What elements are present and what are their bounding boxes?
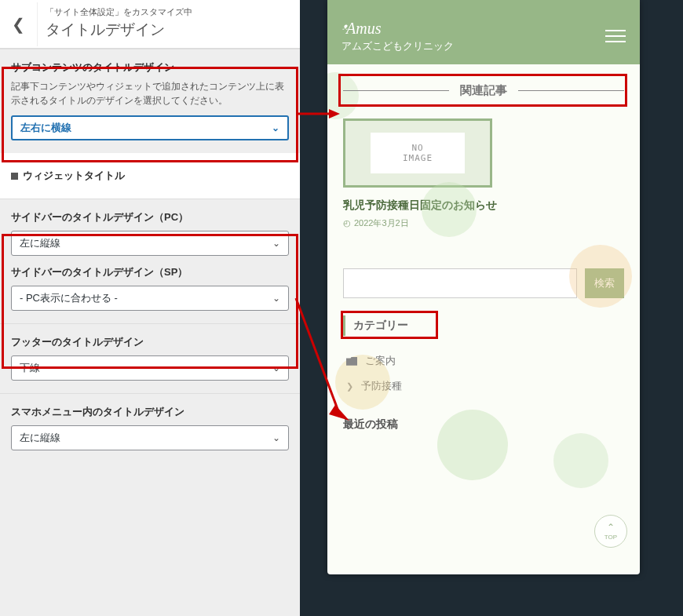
highlight-box (338, 74, 627, 107)
site-brand[interactable]: ᵜAmus アムズこどもクリニック (342, 20, 454, 53)
section-heading: サイドバーのタイトルデザイン（SP） (11, 265, 289, 279)
chevron-down-icon: ⌄ (272, 238, 280, 249)
brand-subtitle: アムズこどもクリニック (342, 39, 454, 53)
phone-preview: ᵜAmus アムズこどもクリニック 関連記事 (327, 0, 640, 574)
sidebar-pc-select[interactable]: 左に縦線 ⌄ (11, 231, 289, 256)
card-title: 乳児予防接種日固定のお知らせ (343, 197, 504, 213)
category-item[interactable]: ❯ 予防接種 (343, 374, 624, 399)
sub-content-design-select[interactable]: 左右に横線 ⌄ (11, 115, 289, 140)
brand-script: ᵜAmus (342, 20, 454, 38)
section-sidebar-sp: サイドバーのタイトルデザイン（SP） - PC表示に合わせる - ⌄ (0, 261, 300, 323)
search-form: 検索 (343, 268, 624, 298)
card-date: ◴ 2022年3月2日 (343, 217, 504, 229)
no-image-line2: IMAGE (403, 153, 433, 163)
chevron-right-icon: ❯ (346, 381, 353, 392)
section-sidebar-pc: サイドバーのタイトルデザイン（PC） 左に縦線 ⌄ (0, 199, 300, 261)
card-date-text: 2022年3月2日 (354, 217, 409, 229)
select-value: 左に縦線 (20, 236, 60, 250)
back-button[interactable]: ❮ (0, 2, 38, 46)
panel-header: ❮ 「サイト全体設定」をカスタマイズ中 タイトルデザイン (0, 0, 300, 49)
card-thumbnail: NO IMAGE (343, 118, 492, 188)
section-footer: フッターのタイトルデザイン 下線 ⌄ (0, 323, 300, 393)
search-input[interactable] (343, 268, 577, 298)
chevron-up-icon: ⌃ (607, 522, 615, 533)
chevron-down-icon: ⌄ (272, 432, 280, 443)
site-body: 関連記事 NO IMAGE 乳児予防接種日固定のお知らせ ◴ 2022年3月2日 (327, 64, 640, 574)
highlight-box (341, 311, 438, 339)
recent-posts-title: 最近の投稿 (343, 417, 624, 432)
search-button[interactable]: 検索 (585, 268, 624, 298)
select-value: 左右に横線 (20, 121, 71, 135)
top-label: TOP (604, 534, 617, 541)
section-sp-menu: スマホメニュー内のタイトルデザイン 左に縦線 ⌄ (0, 393, 300, 463)
select-value: 下線 (20, 361, 40, 375)
no-image-line1: NO (411, 143, 423, 153)
square-bullet-icon (11, 173, 18, 180)
folder-icon (346, 357, 357, 366)
hamburger-menu-icon[interactable] (605, 30, 626, 42)
section-heading: スマホメニュー内のタイトルデザイン (11, 405, 289, 419)
section-heading: フッターのタイトルデザイン (11, 335, 289, 349)
category-item[interactable]: ご案内 (343, 348, 624, 374)
chevron-down-icon: ⌄ (272, 363, 280, 374)
preview-area: ᵜAmus アムズこどもクリニック 関連記事 (300, 0, 683, 616)
sp-menu-design-select[interactable]: 左に縦線 ⌄ (11, 425, 289, 450)
chevron-down-icon: ⌄ (272, 293, 280, 304)
category-label: ご案内 (365, 354, 396, 368)
related-posts-title: 関連記事 (343, 80, 624, 101)
category-widget-title: カテゴリー (343, 315, 408, 336)
select-value: 左に縦線 (20, 431, 60, 445)
breadcrumb: 「サイト全体設定」をカスタマイズ中 (46, 6, 192, 18)
chevron-down-icon: ⌄ (272, 122, 279, 133)
customizer-panel: ❮ 「サイト全体設定」をカスタマイズ中 タイトルデザイン サブコンテンツのタイト… (0, 0, 300, 616)
related-post-card[interactable]: NO IMAGE 乳児予防接種日固定のお知らせ ◴ 2022年3月2日 (343, 118, 504, 229)
clock-icon: ◴ (343, 218, 351, 228)
panel-header-meta: 「サイト全体設定」をカスタマイズ中 タイトルデザイン (38, 0, 200, 48)
sidebar-sp-select[interactable]: - PC表示に合わせる - ⌄ (11, 286, 289, 311)
no-image-placeholder: NO IMAGE (371, 133, 465, 173)
section-description: 記事下コンテンツやウィジェットで追加されたコンテンツ上に表示されるタイトルのデザ… (11, 79, 289, 108)
select-value: - PC表示に合わせる - (20, 291, 118, 305)
back-to-top-button[interactable]: ⌃ TOP (594, 515, 627, 548)
footer-design-select[interactable]: 下線 ⌄ (11, 355, 289, 381)
section-sub-content: サブコンテンツのタイトルデザイン 記事下コンテンツやウィジェットで追加されたコン… (0, 49, 300, 153)
widget-title-label: ウィジェットタイトル (23, 169, 125, 183)
chevron-left-icon: ❮ (12, 15, 25, 34)
site-header: ᵜAmus アムズこどもクリニック (327, 0, 640, 64)
widget-title-heading: ウィジェットタイトル (0, 153, 300, 199)
section-heading: サイドバーのタイトルデザイン（PC） (11, 210, 289, 224)
page-title: タイトルデザイン (46, 20, 192, 40)
section-heading: サブコンテンツのタイトルデザイン (11, 60, 289, 75)
category-label: 予防接種 (361, 379, 402, 393)
category-list: ご案内 ❯ 予防接種 (343, 348, 624, 399)
